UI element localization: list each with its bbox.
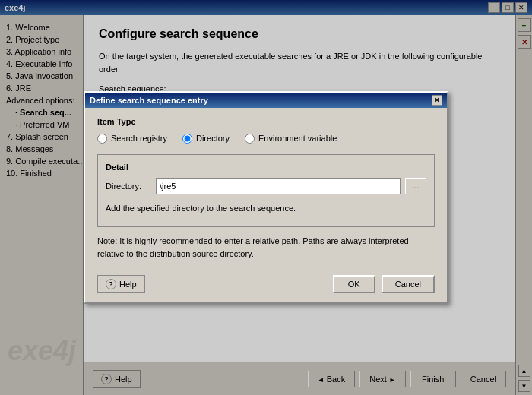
modal-body: Item Type Search registry Directory Envi…: [85, 108, 447, 270]
modal-dialog: Define search sequence entry ✕ Item Type…: [84, 91, 448, 305]
radio-search-registry[interactable]: Search registry: [97, 134, 167, 144]
info-text: Add the specified directory to the searc…: [106, 202, 426, 215]
radio-environment-variable-input[interactable]: [245, 134, 255, 144]
modal-buttons: ? Help OK Cancel: [85, 269, 447, 302]
radio-directory-label: Directory: [196, 134, 230, 143]
item-type-label: Item Type: [97, 117, 435, 126]
modal-cancel-button[interactable]: Cancel: [382, 275, 435, 293]
modal-overlay: Define search sequence entry ✕ Item Type…: [0, 0, 532, 395]
radio-environment-variable-label: Environment variable: [258, 134, 337, 143]
modal-help-button[interactable]: ? Help: [97, 275, 145, 293]
directory-input[interactable]: [156, 178, 401, 194]
detail-box: Detail Directory: ... Add the specified …: [97, 154, 435, 228]
modal-close-button[interactable]: ✕: [432, 95, 442, 106]
modal-ok-button[interactable]: OK: [333, 275, 375, 293]
radio-directory[interactable]: Directory: [182, 134, 230, 144]
modal-title-bar: Define search sequence entry ✕: [85, 93, 447, 108]
modal-help-icon: ?: [106, 279, 116, 289]
radio-directory-input[interactable]: [182, 134, 192, 144]
browse-button[interactable]: ...: [405, 178, 426, 194]
radio-search-registry-label: Search registry: [111, 134, 167, 143]
note-text: Note: It is highly recommended to enter …: [97, 235, 435, 260]
radio-search-registry-input[interactable]: [97, 134, 107, 144]
radio-environment-variable[interactable]: Environment variable: [245, 134, 337, 144]
directory-row: Directory: ...: [106, 178, 426, 194]
detail-section-label: Detail: [106, 163, 426, 172]
radio-group: Search registry Directory Environment va…: [97, 134, 435, 144]
directory-label: Directory:: [106, 182, 151, 191]
modal-title: Define search sequence entry: [90, 96, 208, 105]
